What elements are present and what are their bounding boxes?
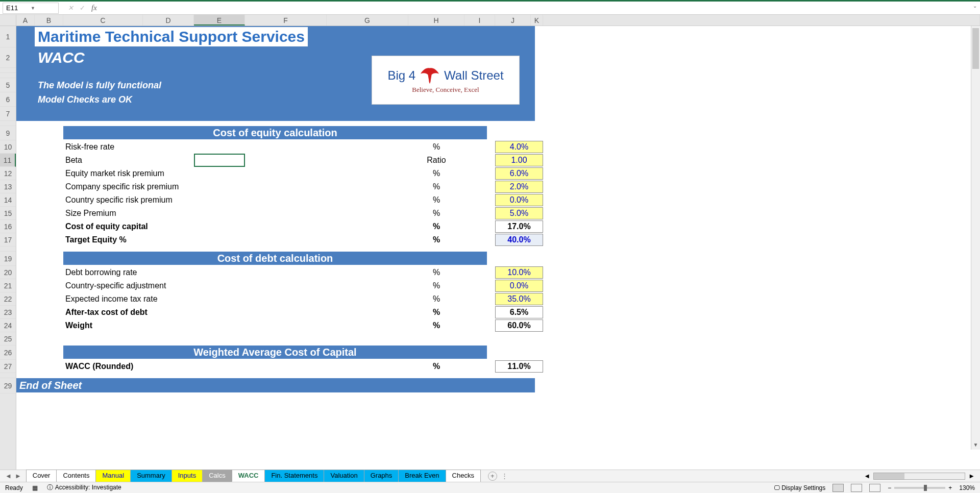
new-sheet-button[interactable]: +	[488, 472, 497, 481]
row-header-6[interactable]: 6	[0, 92, 16, 107]
row-header-15[interactable]: 15	[0, 207, 16, 220]
sheet-tab-calcs[interactable]: Calcs	[202, 470, 232, 482]
sheet-tab-manual[interactable]: Manual	[95, 470, 131, 482]
formula-bar-expand-icon[interactable]: ⌄	[973, 3, 977, 9]
col-header-K[interactable]: K	[531, 15, 543, 26]
row-header-18[interactable]	[0, 246, 16, 252]
tab-nav-prev-icon[interactable]: ►	[15, 472, 21, 480]
col-header-C[interactable]: C	[63, 15, 143, 26]
select-all-corner[interactable]	[0, 15, 16, 26]
sheet-tab-fin-statements[interactable]: Fin. Statements	[264, 470, 324, 482]
zoom-level[interactable]: 130%	[959, 484, 975, 491]
tab-nav-first-icon[interactable]: ◄	[5, 472, 12, 480]
row-header-8[interactable]	[0, 121, 16, 126]
col-header-A[interactable]: A	[16, 15, 35, 26]
accept-formula-icon[interactable]: ✓	[80, 4, 85, 12]
row-value[interactable]: 2.0%	[495, 181, 543, 193]
row-header-10[interactable]: 10	[0, 140, 16, 154]
col-header-B[interactable]: B	[35, 15, 63, 26]
row-header-12[interactable]: 12	[0, 167, 16, 180]
row-header-28[interactable]	[0, 373, 16, 378]
sheet-tab-valuation[interactable]: Valuation	[324, 470, 364, 482]
row-label: Target Equity %	[63, 235, 327, 244]
row-header-22[interactable]: 22	[0, 292, 16, 306]
col-header-J[interactable]: J	[495, 15, 531, 26]
sheet-tab-graphs[interactable]: Graphs	[364, 470, 399, 482]
hscroll-thumb[interactable]	[874, 473, 904, 479]
macro-record-icon[interactable]: ▦	[32, 484, 38, 491]
hscroll-left-icon[interactable]: ◄	[864, 472, 870, 480]
row-header-29[interactable]: 29	[0, 378, 16, 393]
row-value[interactable]: 35.0%	[495, 293, 543, 305]
row-header-1[interactable]: 1	[0, 26, 16, 47]
sheet-tab-wacc[interactable]: WACC	[232, 470, 265, 482]
page-layout-view-button[interactable]	[851, 484, 862, 492]
row-header-24[interactable]: 24	[0, 319, 16, 332]
sheet-tab-checks[interactable]: Checks	[446, 470, 481, 482]
row-header-19[interactable]: 19	[0, 252, 16, 266]
row-header-2[interactable]: 2	[0, 47, 16, 68]
row-header-27[interactable]: 27	[0, 360, 16, 373]
row-header-7[interactable]: 7	[0, 107, 16, 121]
row-value[interactable]: 10.0%	[495, 266, 543, 279]
row-value[interactable]: 40.0%	[495, 234, 543, 246]
name-box-dropdown-icon[interactable]: ▼	[31, 6, 55, 11]
row-value[interactable]: 4.0%	[495, 141, 543, 153]
sheet-tab-cover[interactable]: Cover	[26, 470, 57, 482]
sheet-tab-break-even[interactable]: Break Even	[398, 470, 446, 482]
fx-icon[interactable]: fx	[91, 4, 97, 12]
row-value[interactable]: 5.0%	[495, 207, 543, 219]
zoom-out-icon[interactable]: −	[888, 484, 891, 491]
row-label: Company specific risk premium	[63, 182, 327, 191]
scroll-thumb[interactable]	[972, 28, 979, 69]
row-header-20[interactable]: 20	[0, 266, 16, 279]
row-value[interactable]: 17.0%	[495, 220, 543, 233]
tab-overflow-icon[interactable]: ⋮	[497, 472, 513, 480]
row-value[interactable]: 0.0%	[495, 280, 543, 292]
row-header-26[interactable]: 26	[0, 346, 16, 360]
row-header-3[interactable]	[0, 68, 16, 73]
row-header-16[interactable]: 16	[0, 220, 16, 233]
col-header-D[interactable]: D	[143, 15, 194, 26]
page-break-view-button[interactable]	[869, 484, 880, 492]
row-label: Debt borrowing rate	[63, 268, 327, 277]
display-settings-button[interactable]: 🖵 Display Settings	[774, 484, 825, 491]
scroll-down-icon[interactable]: ▼	[971, 440, 980, 450]
row-value[interactable]: 60.0%	[495, 319, 543, 332]
row-header-17[interactable]: 17	[0, 233, 16, 246]
row-value[interactable]: 0.0%	[495, 194, 543, 206]
col-header-I[interactable]: I	[464, 15, 495, 26]
row-header-11[interactable]: 11	[0, 154, 16, 167]
row-value[interactable]: 11.0%	[495, 360, 543, 373]
row-header-21[interactable]: 21	[0, 279, 16, 292]
cells-grid[interactable]: Maritime Technical Support Services WACC…	[16, 26, 980, 393]
zoom-slider[interactable]: − +	[888, 484, 952, 491]
row-header-4[interactable]	[0, 73, 16, 78]
hscroll-right-icon[interactable]: ►	[968, 472, 975, 480]
accessibility-status[interactable]: ⓘAccessibility: Investigate	[47, 483, 121, 492]
vertical-scrollbar[interactable]: ▲ ▼	[971, 26, 980, 450]
cancel-formula-icon[interactable]: ✕	[68, 4, 74, 12]
sheet-tab-summary[interactable]: Summary	[130, 470, 172, 482]
col-header-H[interactable]: H	[408, 15, 464, 26]
normal-view-button[interactable]	[832, 484, 844, 492]
row-header-9[interactable]: 9	[0, 126, 16, 140]
sheet-surface[interactable]: ABCDEFGHIJK Maritime Technical Support S…	[16, 15, 980, 473]
col-header-G[interactable]: G	[327, 15, 408, 26]
col-header-E[interactable]: E	[194, 15, 245, 26]
name-box[interactable]: E11 ▼	[3, 3, 59, 14]
row-header-13[interactable]: 13	[0, 180, 16, 193]
row-header-25[interactable]: 25	[0, 332, 16, 346]
row-value[interactable]: 6.5%	[495, 306, 543, 318]
sheet-tab-inputs[interactable]: Inputs	[172, 470, 203, 482]
row-header-14[interactable]: 14	[0, 193, 16, 207]
row-header-23[interactable]: 23	[0, 306, 16, 319]
row-value[interactable]: 6.0%	[495, 167, 543, 180]
sheet-tab-contents[interactable]: Contents	[56, 470, 96, 482]
row-value[interactable]: 1.00	[495, 154, 543, 166]
table-row: Debt borrowing rate%10.0%	[16, 266, 980, 279]
row-header-5[interactable]: 5	[0, 78, 16, 92]
zoom-in-icon[interactable]: +	[948, 484, 952, 491]
horizontal-scrollbar[interactable]: ◄ ►	[864, 472, 980, 480]
col-header-F[interactable]: F	[245, 15, 327, 26]
